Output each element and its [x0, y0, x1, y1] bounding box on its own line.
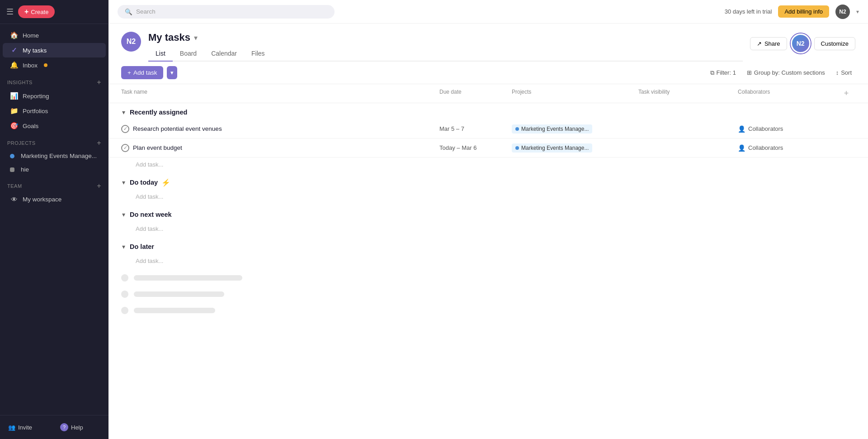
table-row: ✓ Plan event budget Today – Mar 6 Market…	[108, 138, 868, 157]
team-section-title: Team +	[0, 177, 108, 192]
sidebar-item-inbox[interactable]: 🔔 Inbox	[3, 58, 106, 72]
task-project-1[interactable]: Marketing Events Manage...	[512, 124, 638, 134]
add-task-do-later[interactable]: Add task...	[108, 254, 868, 268]
bell-icon: 🔔	[10, 61, 18, 69]
tab-list[interactable]: List	[148, 46, 173, 62]
section-do-next-week-header[interactable]: ▾ Do next week	[108, 205, 868, 222]
page-title: My tasks	[148, 32, 190, 43]
invite-button[interactable]: 👥 Invite	[4, 420, 53, 434]
col-due-date: Due date	[439, 87, 512, 100]
help-label: Help	[71, 424, 83, 431]
add-task-do-next-week[interactable]: Add task...	[108, 222, 868, 236]
header-left: N2 My tasks ▾ List Board Calendar	[121, 32, 743, 62]
sidebar-item-portfolios[interactable]: 📁 Portfolios	[3, 104, 106, 118]
add-task-recently-assigned[interactable]: Add task...	[108, 157, 868, 172]
lightning-icon: ⚡	[161, 178, 170, 187]
section-do-next-week-title: Do next week	[130, 211, 172, 218]
insights-section-title: Insights +	[0, 73, 108, 88]
task-name-cell: ✓ Research potential event venues	[121, 125, 439, 133]
collapse-recently-assigned-button[interactable]: ▾	[121, 108, 126, 117]
create-button[interactable]: + Create	[18, 5, 55, 18]
add-insights-icon[interactable]: +	[97, 78, 101, 86]
skeleton-row-3	[108, 302, 868, 319]
sort-button[interactable]: ↕ Sort	[832, 67, 855, 79]
user-menu-chevron[interactable]: ▾	[856, 9, 859, 15]
main-content: 🔍 Search 30 days left in trial Add billi…	[108, 0, 868, 439]
groupby-button[interactable]: ⊞ Group by: Custom sections	[743, 67, 829, 79]
invite-label: Invite	[18, 424, 32, 431]
add-billing-button[interactable]: Add billing info	[778, 5, 829, 18]
share-button[interactable]: ↗ Share	[750, 37, 787, 50]
col-collaborators: Collaborators	[738, 87, 837, 100]
col-task-visibility: Task visibility	[638, 87, 738, 100]
workspace-icon: 👁	[10, 196, 18, 203]
projects-section-title: Projects +	[0, 134, 108, 149]
task-due-date-2: Today – Mar 6	[439, 144, 512, 151]
skeleton-circle-1	[121, 274, 128, 282]
project-badge-dot-2	[515, 146, 519, 150]
task-check-2[interactable]: ✓	[121, 144, 129, 152]
skeleton-circle-3	[121, 307, 128, 314]
collapse-do-next-week-button[interactable]: ▾	[121, 210, 126, 219]
search-placeholder: Search	[136, 8, 156, 15]
more-options-button[interactable]: ▾	[167, 66, 177, 79]
sidebar-item-my-tasks[interactable]: ✓ My tasks	[3, 43, 106, 57]
help-button[interactable]: ? Help	[56, 420, 105, 434]
sidebar-item-goals[interactable]: 🎯 Goals	[3, 119, 106, 133]
sidebar-item-marketing-events[interactable]: Marketing Events Manage...	[3, 149, 106, 162]
add-column-button[interactable]: +	[837, 87, 855, 100]
sort-icon: ↕	[836, 69, 839, 76]
add-project-icon[interactable]: +	[97, 139, 101, 147]
search-bar[interactable]: 🔍 Search	[118, 5, 335, 19]
plus-icon: +	[24, 8, 28, 16]
sidebar-item-reporting[interactable]: 📊 Reporting	[3, 89, 106, 103]
add-task-plus-icon: +	[127, 69, 131, 76]
table-row: ✓ Research potential event venues Mar 5 …	[108, 119, 868, 138]
add-team-icon[interactable]: +	[97, 182, 101, 190]
sidebar-item-marketing-events-label: Marketing Events Manage...	[21, 153, 97, 159]
tab-files[interactable]: Files	[244, 46, 272, 62]
section-do-later: ▾ Do later Add task...	[108, 238, 868, 268]
table-header: Task name Due date Projects Task visibil…	[108, 84, 868, 103]
sidebar-item-home[interactable]: 🏠 Home	[3, 28, 106, 43]
section-recently-assigned-header[interactable]: ▾ Recently assigned	[108, 103, 868, 119]
skeleton-bar-2	[134, 291, 224, 297]
skeleton-circle-2	[121, 291, 128, 298]
collaborators-icon-1: 👤	[738, 125, 745, 133]
invite-icon: 👥	[8, 424, 15, 431]
sidebar-item-hie[interactable]: hie	[3, 163, 106, 176]
page-avatar: N2	[121, 32, 141, 52]
skeleton-bar-1	[134, 275, 242, 281]
section-do-later-title: Do later	[130, 243, 154, 250]
section-recently-assigned: ▾ Recently assigned ✓ Research potential…	[108, 103, 868, 172]
tab-calendar[interactable]: Calendar	[204, 46, 244, 62]
inbox-badge	[44, 63, 47, 67]
section-do-later-header[interactable]: ▾ Do later	[108, 238, 868, 254]
task-name-2[interactable]: Plan event budget	[133, 144, 182, 151]
add-task-do-today[interactable]: Add task...	[108, 190, 868, 204]
home-icon: 🏠	[10, 31, 18, 39]
search-icon: 🔍	[125, 8, 132, 15]
task-project-2[interactable]: Marketing Events Manage...	[512, 143, 638, 153]
collapse-do-later-button[interactable]: ▾	[121, 242, 126, 251]
add-task-button[interactable]: + Add task	[121, 66, 163, 79]
user-avatar-small[interactable]: N2	[835, 5, 850, 19]
collapse-do-today-button[interactable]: ▾	[121, 178, 126, 187]
big-user-avatar[interactable]: N2	[791, 33, 811, 53]
header-right: ↗ Share N2 Customize	[750, 32, 855, 53]
customize-button[interactable]: Customize	[814, 37, 855, 50]
project-badge-dot-1	[515, 127, 519, 131]
task-collaborators-1[interactable]: 👤 Collaborators	[738, 125, 837, 133]
sidebar-item-my-workspace[interactable]: 👁 My workspace	[3, 192, 106, 206]
task-name-cell-2: ✓ Plan event budget	[121, 144, 439, 152]
task-check-1[interactable]: ✓	[121, 125, 129, 133]
hamburger-icon[interactable]: ☰	[6, 7, 14, 17]
skeleton-bar-3	[134, 308, 215, 313]
section-do-today-header[interactable]: ▾ Do today ⚡	[108, 173, 868, 190]
filter-button[interactable]: ⧉ Filter: 1	[707, 67, 740, 79]
task-name-1[interactable]: Research potential event venues	[133, 125, 222, 132]
sidebar-item-my-workspace-label: My workspace	[23, 196, 61, 203]
tab-board[interactable]: Board	[173, 46, 204, 62]
page-title-more-icon[interactable]: ▾	[194, 33, 198, 42]
task-collaborators-2[interactable]: 👤 Collaborators	[738, 144, 837, 152]
